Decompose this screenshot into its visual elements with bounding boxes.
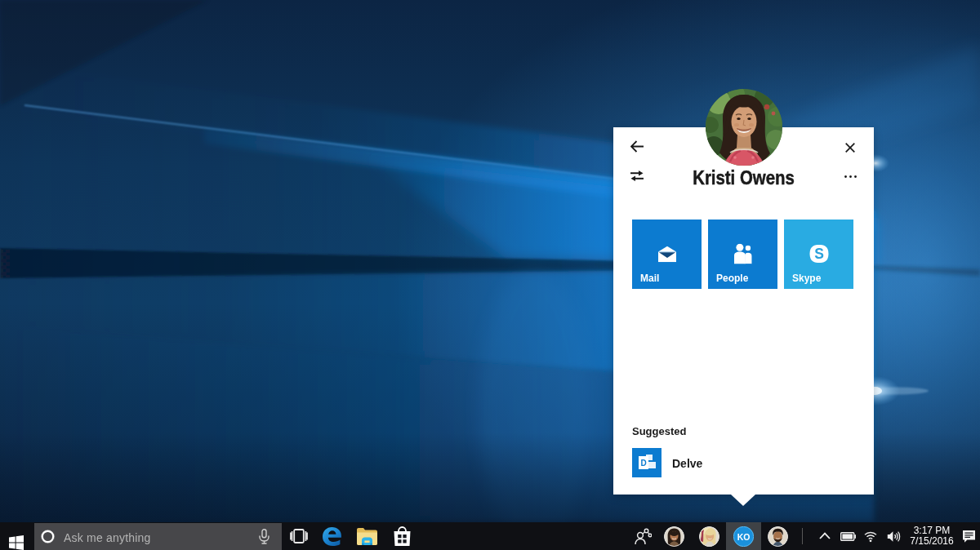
svg-text:KO: KO (737, 532, 751, 542)
svg-text:S: S (814, 246, 824, 262)
svg-text:D: D (640, 459, 646, 468)
